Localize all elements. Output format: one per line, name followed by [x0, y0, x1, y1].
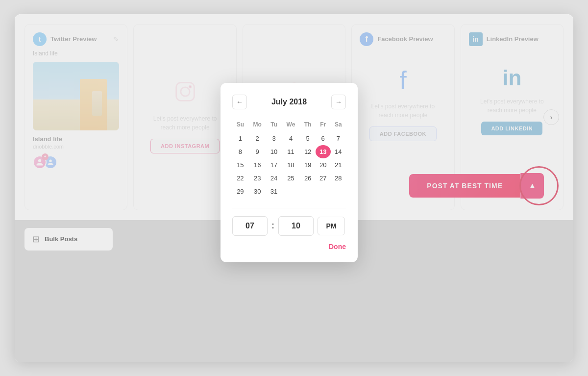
calendar-day-21[interactable]: 21 [331, 158, 346, 172]
calendar-day-30[interactable]: 30 [248, 185, 267, 198]
time-ampm-display[interactable]: PM [318, 217, 345, 235]
calendar-next-button[interactable]: → [331, 95, 346, 109]
time-colon: : [271, 221, 274, 231]
calendar-modal: ← July 2018 → Su Mo Tu We Th Fr Sa [220, 83, 358, 262]
calendar-day-1[interactable]: 1 [232, 132, 248, 145]
calendar-prev-button[interactable]: ← [232, 95, 247, 109]
calendar-day-26[interactable]: 26 [300, 172, 315, 185]
calendar-modal-overlay: ← July 2018 → Su Mo Tu We Th Fr Sa [15, 14, 573, 362]
calendar-day-7[interactable]: 7 [331, 132, 346, 145]
calendar-week-4: 293031 [232, 185, 346, 198]
calendar-day-2[interactable]: 2 [248, 132, 267, 145]
calendar-day-6[interactable]: 6 [316, 132, 331, 145]
calendar-day-17[interactable]: 17 [267, 158, 282, 172]
calendar-day-15[interactable]: 15 [232, 158, 248, 172]
calendar-day-28[interactable]: 28 [331, 172, 346, 185]
calendar-day-empty [300, 185, 315, 198]
calendar-day-27[interactable]: 27 [316, 172, 331, 185]
calendar-day-9[interactable]: 9 [248, 145, 267, 158]
done-button[interactable]: Done [232, 243, 346, 251]
calendar-day-empty [316, 185, 331, 198]
calendar-day-10[interactable]: 10 [267, 145, 282, 158]
time-minute-input[interactable] [278, 216, 314, 236]
calendar-day-12[interactable]: 12 [300, 145, 315, 158]
calendar-week-3: 22232425262728 [232, 172, 346, 185]
calendar-day-empty [331, 185, 346, 198]
calendar-month-title: July 2018 [271, 98, 307, 106]
calendar-day-8[interactable]: 8 [232, 145, 248, 158]
day-header-we: We [282, 119, 300, 132]
calendar-day-25[interactable]: 25 [282, 172, 300, 185]
calendar-day-19[interactable]: 19 [300, 158, 315, 172]
calendar-day-4[interactable]: 4 [282, 132, 300, 145]
calendar-week-2: 15161718192021 [232, 158, 346, 172]
calendar-day-31[interactable]: 31 [267, 185, 282, 198]
time-hour-input[interactable] [232, 216, 268, 236]
calendar-day-23[interactable]: 23 [248, 172, 267, 185]
calendar-day-29[interactable]: 29 [232, 185, 248, 198]
calendar-day-5[interactable]: 5 [300, 132, 315, 145]
day-header-tu: Tu [267, 119, 282, 132]
calendar-body: 1234567891011121314151617181920212223242… [232, 132, 346, 198]
calendar-day-headers: Su Mo Tu We Th Fr Sa [232, 119, 346, 132]
app-container: t Twitter Preview ✎ Island life Island l… [15, 14, 573, 362]
time-section: : PM [232, 208, 346, 236]
calendar-grid: Su Mo Tu We Th Fr Sa 1234567891011121314… [232, 119, 346, 198]
calendar-week-0: 1234567 [232, 132, 346, 145]
calendar-day-empty [282, 185, 300, 198]
calendar-day-18[interactable]: 18 [282, 158, 300, 172]
calendar-week-1: 891011121314 [232, 145, 346, 158]
day-header-fr: Fr [316, 119, 331, 132]
day-header-su: Su [232, 119, 248, 132]
calendar-day-3[interactable]: 3 [267, 132, 282, 145]
day-header-sa: Sa [331, 119, 346, 132]
calendar-day-11[interactable]: 11 [282, 145, 300, 158]
calendar-day-13[interactable]: 13 [316, 145, 331, 158]
calendar-day-16[interactable]: 16 [248, 158, 267, 172]
calendar-day-20[interactable]: 20 [316, 158, 331, 172]
calendar-header: ← July 2018 → [232, 95, 346, 109]
calendar-day-22[interactable]: 22 [232, 172, 248, 185]
calendar-day-24[interactable]: 24 [267, 172, 282, 185]
day-header-mo: Mo [248, 119, 267, 132]
calendar-day-14[interactable]: 14 [331, 145, 346, 158]
day-header-th: Th [300, 119, 315, 132]
